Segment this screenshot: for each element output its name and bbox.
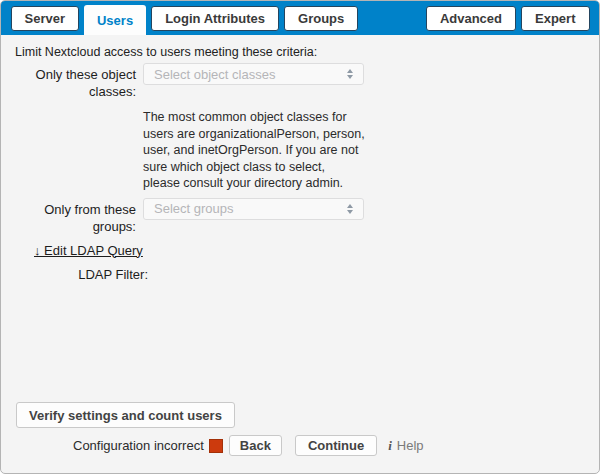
verify-settings-button[interactable]: Verify settings and count users: [16, 402, 235, 428]
intro-text: Limit Nextcloud access to users meeting …: [15, 45, 585, 60]
edit-ldap-query-link[interactable]: ↓ Edit LDAP Query: [34, 243, 143, 258]
tab-groups[interactable]: Groups: [284, 6, 358, 31]
ldap-filter-label: LDAP Filter:: [15, 267, 148, 282]
select-updown-arrows-icon: [347, 204, 353, 214]
continue-button[interactable]: Continue: [295, 435, 377, 456]
tab-users[interactable]: Users: [84, 5, 146, 35]
groups-label: Only from these groups:: [15, 198, 136, 235]
ldap-wizard-panel: Server Users Login Attributes Groups Adv…: [0, 0, 600, 474]
object-classes-label: Only these object classes:: [15, 63, 136, 100]
tab-login-attributes[interactable]: Login Attributes: [151, 6, 279, 31]
select-updown-arrows-icon: [347, 69, 353, 79]
footer-row: Configuration incorrect Back Continue i …: [73, 435, 424, 456]
users-tab-content: Limit Nextcloud access to users meeting …: [1, 35, 599, 282]
groups-row: Only from these groups: Select groups: [15, 198, 585, 235]
info-icon: i: [388, 438, 392, 454]
tab-server[interactable]: Server: [11, 6, 79, 31]
object-classes-help-text: The most common object classes for users…: [143, 109, 365, 192]
object-classes-placeholder: Select object classes: [154, 67, 275, 82]
help-label: Help: [397, 438, 424, 453]
groups-placeholder: Select groups: [154, 201, 234, 216]
back-button[interactable]: Back: [229, 435, 282, 456]
configuration-status-text: Configuration incorrect: [73, 438, 204, 453]
status-error-indicator: [209, 439, 223, 453]
object-classes-select[interactable]: Select object classes: [143, 63, 364, 85]
tab-expert[interactable]: Expert: [521, 6, 589, 31]
tab-bar: Server Users Login Attributes Groups Adv…: [1, 1, 599, 35]
help-link[interactable]: i Help: [388, 438, 423, 454]
tab-advanced[interactable]: Advanced: [426, 6, 516, 31]
groups-select[interactable]: Select groups: [143, 198, 364, 220]
object-classes-row: Only these object classes: Select object…: [15, 63, 585, 100]
